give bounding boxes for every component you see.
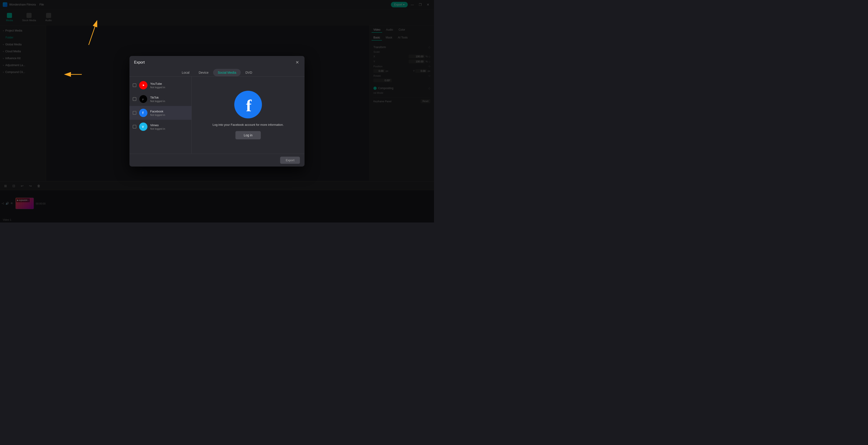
export-dialog: Export ✕ Local Device Social Media DVD — [129, 56, 305, 166]
dialog-tabs: Local Device Social Media DVD — [129, 65, 305, 76]
modal-overlay: Export ✕ Local Device Social Media DVD — [0, 0, 434, 222]
youtube-status: Not logged in — [150, 86, 165, 89]
vimeo-name: Vimeo — [150, 123, 165, 127]
facebook-status: Not logged in — [150, 114, 165, 116]
svg-text:♪: ♪ — [142, 97, 144, 101]
tab-local[interactable]: Local — [177, 69, 194, 76]
youtube-checkbox[interactable] — [133, 84, 136, 87]
youtube-icon — [139, 81, 148, 89]
youtube-info: YouTube Not logged in — [150, 82, 165, 89]
dialog-title: Export — [134, 60, 145, 64]
tiktok-info: TikTok Not logged in — [150, 96, 165, 102]
dialog-export-button[interactable]: Export — [280, 157, 300, 164]
facebook-info: Facebook Not logged in — [150, 109, 165, 116]
facebook-icon: f — [139, 109, 148, 117]
vimeo-checkbox[interactable] — [133, 125, 136, 129]
facebook-name: Facebook — [150, 109, 165, 113]
tab-social-media[interactable]: Social Media — [213, 69, 241, 76]
tab-device[interactable]: Device — [194, 69, 213, 76]
platform-item-youtube[interactable]: YouTube Not logged in — [129, 78, 191, 92]
vimeo-status: Not logged in — [150, 127, 165, 130]
dialog-close-button[interactable]: ✕ — [294, 60, 300, 65]
tiktok-name: TikTok — [150, 96, 165, 99]
dialog-body: YouTube Not logged in ♪ TikTok — [129, 76, 305, 154]
facebook-checkbox[interactable] — [133, 111, 136, 115]
platform-item-tiktok[interactable]: ♪ TikTok Not logged in — [129, 92, 191, 106]
facebook-logo-circle: f — [234, 91, 262, 118]
login-button[interactable]: Log in — [236, 131, 261, 139]
vimeo-icon: V — [139, 123, 148, 131]
tiktok-icon: ♪ — [139, 95, 148, 103]
platform-item-vimeo[interactable]: V Vimeo Not logged in — [129, 120, 191, 134]
dialog-right-content: f Log into your Facebook account for mor… — [192, 76, 305, 154]
dialog-header: Export ✕ — [129, 56, 305, 65]
youtube-name: YouTube — [150, 82, 165, 86]
dialog-footer: Export — [129, 154, 305, 166]
platform-item-facebook[interactable]: f Facebook Not logged in — [129, 106, 191, 120]
facebook-logo-letter: f — [246, 97, 252, 114]
tiktok-status: Not logged in — [150, 100, 165, 102]
svg-text:f: f — [142, 111, 144, 115]
svg-text:V: V — [142, 125, 144, 129]
platform-list: YouTube Not logged in ♪ TikTok — [129, 76, 192, 154]
tab-dvd[interactable]: DVD — [241, 69, 257, 76]
facebook-info-text: Log into your Facebook account for more … — [213, 123, 284, 126]
tiktok-checkbox[interactable] — [133, 97, 136, 101]
vimeo-info: Vimeo Not logged in — [150, 123, 165, 130]
